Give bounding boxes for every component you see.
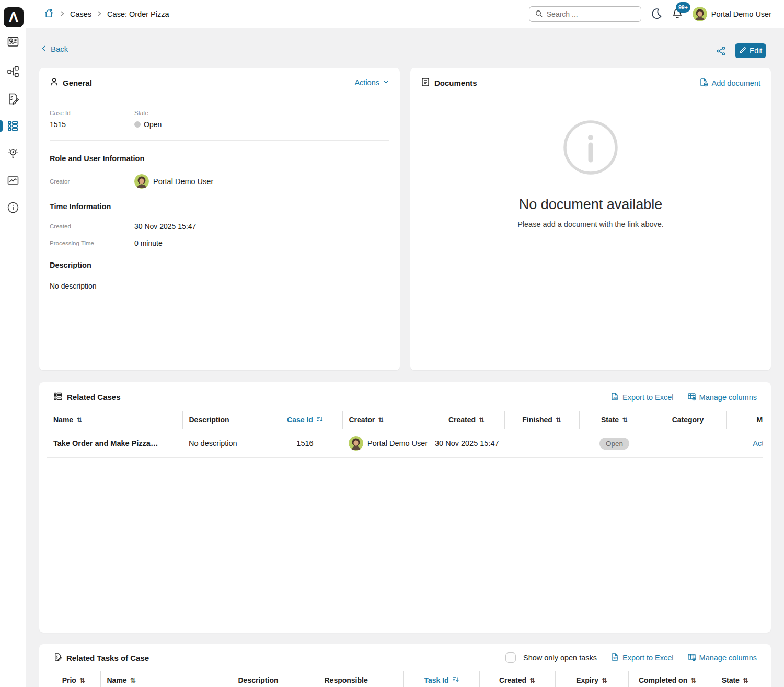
add-document-icon xyxy=(699,78,708,88)
column-header-creator[interactable]: Creator⇅ xyxy=(342,411,429,429)
column-header-name[interactable]: Name⇅ xyxy=(100,671,232,687)
manage-columns-label: Manage columns xyxy=(699,393,757,402)
documents-empty-state: No document available Please add a docum… xyxy=(421,119,760,228)
user-name: Portal Demo User xyxy=(711,10,771,18)
export-excel-link[interactable]: XLS Export to Excel xyxy=(610,392,674,403)
manage-columns-link[interactable]: Manage columns xyxy=(687,652,757,663)
search-input[interactable] xyxy=(547,10,630,18)
column-header-state[interactable]: State⇅ xyxy=(707,671,763,687)
sidebar-item-tasks[interactable] xyxy=(6,92,20,106)
cases-icon xyxy=(6,126,20,134)
sidebar-item-statistics[interactable] xyxy=(6,174,20,187)
sort-desc-icon xyxy=(316,416,323,424)
breadcrumb-cases[interactable]: Cases xyxy=(70,10,91,18)
case-state-cell: Open xyxy=(579,429,650,458)
column-header-responsible: Responsible xyxy=(318,671,403,687)
case-creator-cell: Portal Demo User xyxy=(342,429,429,458)
related-cases-title: Related Cases xyxy=(67,393,121,402)
share-button[interactable] xyxy=(716,46,726,58)
manage-columns-link[interactable]: Manage columns xyxy=(687,392,757,403)
user-menu[interactable]: Portal Demo User xyxy=(693,7,771,21)
dashboard-icon xyxy=(6,42,20,50)
divider xyxy=(50,140,389,141)
info-circle-icon xyxy=(562,119,619,178)
back-label: Back xyxy=(51,44,68,53)
case-name-cell[interactable]: Take Order and Make Pizza… xyxy=(47,429,182,458)
statistics-icon xyxy=(6,180,20,189)
state-value: Open xyxy=(144,120,162,129)
sidebar-item-dashboard[interactable] xyxy=(6,35,20,49)
avatar xyxy=(134,174,149,189)
avatar xyxy=(693,7,707,21)
chevron-right-icon xyxy=(59,10,65,18)
related-tasks-panel: Related Tasks of Case Show only open tas… xyxy=(39,644,771,687)
sort-icon: ⇅ xyxy=(79,677,85,684)
svg-text:XLS: XLS xyxy=(613,657,618,660)
actions-dropdown[interactable]: Actions xyxy=(354,78,389,87)
search-icon xyxy=(535,9,543,19)
documents-card: Documents Add document No document avail… xyxy=(410,68,771,370)
case-id-value: 1515 xyxy=(50,120,134,129)
sidebar-item-processes[interactable] xyxy=(6,65,20,78)
general-card-title: General xyxy=(63,78,92,87)
column-header-name[interactable]: Name⇅ xyxy=(47,411,182,429)
time-section-title: Time Information xyxy=(50,202,389,211)
sort-icon: ⇅ xyxy=(602,677,607,684)
sidebar-item-about[interactable] xyxy=(6,201,20,214)
show-only-open-label: Show only open tasks xyxy=(523,654,597,662)
actions-label: Actions xyxy=(354,78,379,87)
share-icon xyxy=(716,49,726,58)
processes-icon xyxy=(6,72,20,80)
edit-button[interactable]: Edit xyxy=(735,43,766,58)
home-icon[interactable] xyxy=(43,8,54,20)
notification-count-badge: 99+ xyxy=(676,2,690,13)
edit-label: Edit xyxy=(750,47,762,55)
column-header-completed-on[interactable]: Completed on⇅ xyxy=(628,671,707,687)
processing-time-value: 0 minute xyxy=(134,239,163,247)
add-document-link[interactable]: Add document xyxy=(699,78,760,88)
manage-columns-icon xyxy=(687,392,696,403)
export-excel-link[interactable]: XLS Export to Excel xyxy=(610,652,674,663)
global-search xyxy=(529,6,641,22)
excel-file-icon: XLS xyxy=(610,652,619,663)
creator-value: Portal Demo User xyxy=(153,177,213,186)
column-header-created[interactable]: Created⇅ xyxy=(429,411,504,429)
role-section-title: Role and User Information xyxy=(50,154,389,163)
sidebar-item-cases[interactable] xyxy=(6,119,20,133)
notifications-button[interactable]: 99+ xyxy=(672,8,683,21)
case-description-cell: No description xyxy=(182,429,268,458)
excel-file-icon: XLS xyxy=(610,392,619,403)
pencil-icon xyxy=(739,47,746,55)
show-only-open-checkbox[interactable] xyxy=(505,652,516,663)
related-tasks-title: Related Tasks of Case xyxy=(66,654,149,662)
related-cases-table: Name⇅ Description Case Id Creator⇅ Creat… xyxy=(47,411,763,458)
app-logo[interactable]: Λ xyxy=(4,7,24,27)
related-case-row[interactable]: Take Order and Make Pizza… No descriptio… xyxy=(47,429,763,458)
processing-time-label: Processing Time xyxy=(50,240,134,246)
sort-desc-icon xyxy=(452,676,459,684)
dark-mode-toggle[interactable] xyxy=(651,8,662,21)
column-header-state[interactable]: State⇅ xyxy=(579,411,650,429)
column-header-created[interactable]: Created⇅ xyxy=(479,671,555,687)
related-tasks-header-row: Prio⇅ Name⇅ Description Responsible Task… xyxy=(47,671,763,687)
created-label: Created xyxy=(50,223,134,230)
chevron-down-icon xyxy=(383,78,389,87)
case-id-cell: 1516 xyxy=(268,429,342,458)
sort-icon: ⇅ xyxy=(622,416,628,424)
related-cases-header-row: Name⇅ Description Case Id Creator⇅ Creat… xyxy=(47,411,763,429)
avatar xyxy=(349,436,363,451)
sidebar-item-ideas[interactable] xyxy=(6,146,20,160)
case-creator-name: Portal Demo User xyxy=(367,439,428,448)
column-header-prio[interactable]: Prio⇅ xyxy=(47,671,100,687)
column-header-expiry[interactable]: Expiry⇅ xyxy=(555,671,628,687)
creator-label: Creator xyxy=(50,178,134,185)
state-label: State xyxy=(134,110,162,116)
row-actions-link[interactable]: Actions xyxy=(753,439,763,448)
documents-card-title: Documents xyxy=(434,78,477,87)
column-header-case-id[interactable]: Case Id xyxy=(268,411,342,429)
column-header-finished[interactable]: Finished⇅ xyxy=(504,411,579,429)
column-header-task-id[interactable]: Task Id xyxy=(403,671,479,687)
back-button[interactable]: Back xyxy=(41,44,68,53)
related-tasks-table: Prio⇅ Name⇅ Description Responsible Task… xyxy=(47,671,763,687)
manage-columns-label: Manage columns xyxy=(699,654,757,662)
